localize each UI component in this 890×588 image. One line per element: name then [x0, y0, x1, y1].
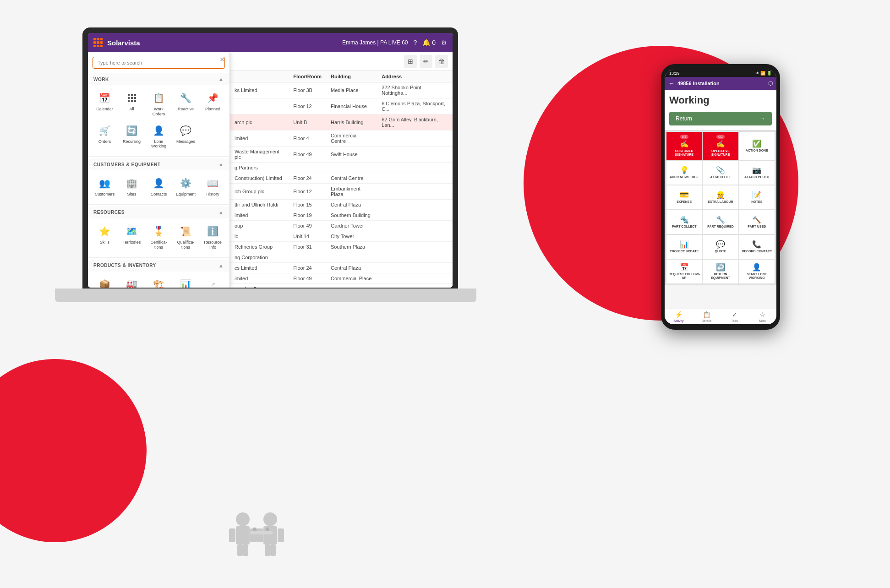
menu-panel: ✕ WORK ▲ 📅 Calendar: [88, 52, 230, 288]
phone-action-request-followup[interactable]: 📅REQUEST FOLLOW-UP: [666, 260, 702, 283]
svg-rect-6: [128, 100, 130, 102]
cell-floor: Floor 12: [289, 98, 326, 114]
menu-item-skills[interactable]: ⭐ Skills: [92, 221, 118, 253]
menu-close-button[interactable]: ✕: [219, 56, 225, 63]
menu-item-orders[interactable]: 🛒 Orders: [92, 120, 118, 152]
menu-item-products[interactable]: 📦 Products: [92, 274, 118, 288]
menu-item-lone-working[interactable]: 👤 Lone Working: [146, 120, 172, 152]
menu-item-sites[interactable]: 🏢 Sites: [119, 173, 145, 200]
table-row[interactable]: ng Corporation: [230, 252, 453, 263]
expense-label: EXPENSE: [677, 200, 692, 204]
resource-info-icon: ℹ️: [206, 224, 220, 239]
menu-item-inventory[interactable]: 📊 Inventory: [173, 274, 199, 288]
table-row[interactable]: ks Limited Floor 3B Media Place 322 Shop…: [230, 82, 453, 98]
menu-search-input[interactable]: [93, 57, 225, 69]
menu-item-history[interactable]: 📖 History: [200, 173, 226, 200]
table-row[interactable]: imited Floor 49 Commercial Place: [230, 273, 453, 284]
phone-action-action-done[interactable]: ✅ACTION DONE: [739, 132, 775, 160]
products-section-header[interactable]: PRODUCTS & INVENTORY ▲: [88, 260, 229, 272]
cell-name: lc: [230, 231, 289, 242]
table-row[interactable]: imited Floor 19 Southern Building: [230, 210, 453, 221]
menu-item-manufacturers[interactable]: 🏗️ Manufactu-rers: [146, 274, 172, 288]
table-row[interactable]: cs Limited Floor 24 Central Plaza: [230, 263, 453, 273]
phone-action-notes[interactable]: 📝NOTES: [739, 185, 775, 209]
phone-action-customer-sig[interactable]: 0/1✍️CUSTOMER SIGNATURE: [666, 132, 702, 160]
menu-item-work-orders[interactable]: 📋 Work Orders: [146, 88, 172, 120]
table-row[interactable]: lc Unit 14 City Tower: [230, 231, 453, 242]
phone-return-button[interactable]: Return →: [669, 112, 772, 125]
menu-item-suppliers[interactable]: 🏭 Suppliers: [119, 274, 145, 288]
nav-misc[interactable]: ☆ Misc: [748, 309, 776, 324]
nav-task[interactable]: ✓ Task: [721, 309, 748, 324]
table-row[interactable]: oup Floor 49 Gardner Tower: [230, 221, 453, 231]
history-label: History: [206, 192, 219, 197]
table-row[interactable]: Floor 12 Financial House 6 Clemons Plaza…: [230, 98, 453, 114]
delete-button[interactable]: 🗑: [435, 55, 448, 68]
customers-section-header[interactable]: CUSTOMERS & EQUIPMENT ▲: [88, 158, 229, 170]
table-row[interactable]: arch plc Unit B Harris Building 62 Grim …: [230, 114, 453, 131]
edit-button[interactable]: ✏: [420, 55, 432, 68]
cell-floor: Floor 3B: [289, 82, 326, 98]
phone-action-attach-file[interactable]: 📎ATTACH FILE: [703, 161, 738, 185]
phone-action-part-collect[interactable]: 🔩PART COLLECT: [666, 210, 702, 234]
menu-item-qualifications[interactable]: 📜 Qualifica-tions: [173, 221, 199, 253]
phone-action-return-equipment[interactable]: ↩️RETURN EQUIPMENT: [703, 260, 738, 283]
phone-action-extra-labour[interactable]: 👷EXTRA LABOUR: [703, 185, 738, 209]
col-building: Building: [326, 71, 377, 82]
col-name: [230, 71, 289, 82]
table-row[interactable]: cessing Group: [230, 284, 453, 288]
svg-rect-14: [243, 544, 248, 556]
menu-item-all[interactable]: All: [119, 88, 145, 120]
menu-item-reactive[interactable]: 🔧 Reactive: [173, 88, 199, 120]
phone-action-part-required[interactable]: 🔧PART REQUIRED: [703, 210, 738, 234]
menu-item-customers[interactable]: 👥 Customers: [92, 173, 118, 200]
menu-item-messages[interactable]: 💬 Messages: [173, 120, 199, 152]
help-icon[interactable]: ?: [414, 39, 417, 46]
extra-labour-icon: 👷: [716, 191, 725, 199]
cell-name: arch plc: [230, 114, 289, 131]
menu-item-certifications[interactable]: 🎖️ Certifica-tions: [146, 221, 172, 253]
settings-icon[interactable]: ⚙: [441, 39, 447, 46]
svg-rect-16: [263, 526, 277, 544]
quote-label: QUOTE: [715, 250, 726, 253]
phone-action-record-contact[interactable]: 📞RECORD CONTACT: [739, 235, 775, 259]
menu-item-equipment[interactable]: ⚙️ Equipment: [173, 173, 199, 200]
cell-name: Refineries Group: [230, 242, 289, 252]
table-row[interactable]: ich Group plc Floor 12 Embankment Plaza: [230, 184, 453, 200]
table-row[interactable]: Construction) Limited Floor 24 Central C…: [230, 173, 453, 184]
laptop-base: [55, 289, 476, 302]
phone-action-operative-sig[interactable]: 0/1✍️OPERATIVE SIGNATURE: [703, 132, 738, 160]
notifications-icon[interactable]: 🔔 0: [422, 39, 436, 46]
phone-action-part-used[interactable]: 🔨PART USED: [739, 210, 775, 234]
table-row[interactable]: Waste Management plc Floor 49 Swift Hous…: [230, 147, 453, 163]
menu-item-contacts[interactable]: 👤 Contacts: [146, 173, 172, 200]
phone-action-attach-photo[interactable]: 📷ATTACH PHOTO: [739, 161, 775, 185]
phone-action-quote[interactable]: 💬QUOTE: [703, 235, 738, 259]
phone-job-title: 49856 Installation: [677, 81, 765, 86]
menu-item-recurring[interactable]: 🔄 Recurring: [119, 120, 145, 152]
phone-action-expense[interactable]: 💳EXPENSE: [666, 185, 702, 209]
table-row[interactable]: g Partners: [230, 163, 453, 173]
resources-section-header[interactable]: RESOURCES ▲: [88, 207, 229, 218]
phone-share-icon[interactable]: ⬡: [768, 80, 773, 87]
work-section-header[interactable]: WORK ▲: [88, 73, 229, 85]
logo-dot: [100, 38, 103, 40]
cell-address: [377, 273, 453, 284]
lone-working-icon: 👤: [152, 123, 166, 138]
phone-action-start-lone[interactable]: 👤START LONE WORKING: [739, 260, 775, 283]
menu-item-planned[interactable]: 📌 Planned: [200, 88, 226, 120]
phone-action-project-update[interactable]: 📊PROJECT UPDATE: [666, 235, 702, 259]
cell-name: Construction) Limited: [230, 173, 289, 184]
menu-item-calendar[interactable]: 📅 Calendar: [92, 88, 118, 120]
grid-view-button[interactable]: ⊞: [404, 55, 417, 68]
nav-details[interactable]: 📋 Details: [693, 309, 721, 324]
menu-item-territories[interactable]: 🗺️ Territories: [119, 221, 145, 253]
table-row[interactable]: imited Floor 4 Commercial Centre: [230, 131, 453, 147]
table-row[interactable]: Refineries Group Floor 31 Southern Plaza: [230, 242, 453, 252]
menu-item-resource-info[interactable]: ℹ️ Resource Info: [200, 221, 226, 253]
phone-back-button[interactable]: ←: [668, 80, 675, 87]
app-logo[interactable]: [93, 38, 103, 47]
table-row[interactable]: ttir and Ullrich Holdi Floor 15 Central …: [230, 200, 453, 210]
phone-action-add-knowledge[interactable]: 💡ADD KNOWLEDGE: [666, 161, 702, 185]
nav-activity[interactable]: ⚡ Activity: [665, 309, 693, 324]
